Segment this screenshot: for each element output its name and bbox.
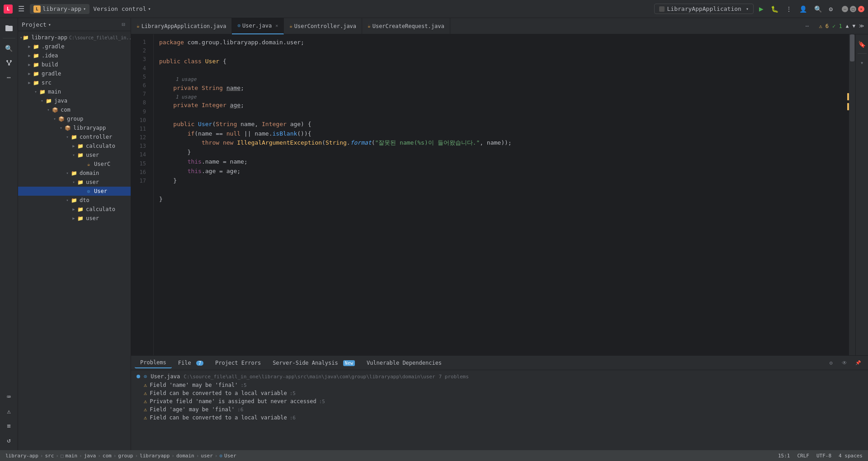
run-button[interactable]: ▶ [757,3,765,15]
problem-item-5[interactable]: ⚠ Field can be converted to a local vari… [131,414,868,422]
scroll-track[interactable] [849,34,855,355]
debug-button[interactable]: 🐛 [769,4,780,14]
hamburger-menu[interactable]: ☰ [16,3,26,15]
close-tab-icon[interactable]: ✕ [275,23,278,28]
maximize-button[interactable]: □ [850,6,856,12]
sidebar-icon-more[interactable]: ⋯ [3,71,15,84]
bc-com[interactable]: com [103,453,112,459]
tree-item-controller[interactable]: ▾ 📁 controller [18,132,131,141]
tree-item-java[interactable]: ▾ 📁 java [18,96,131,105]
bc-main[interactable]: main [66,453,78,459]
tab-usercreaterequest[interactable]: ☕ UserCreateRequest.java [362,18,450,34]
tab-project-errors[interactable]: Project Errors [210,358,266,368]
problem-item-3[interactable]: ⚠ Private field 'name' is assigned but n… [131,397,868,405]
item-label: user [86,152,99,158]
tree-item-calculato[interactable]: ▶ 📁 calculato [18,141,131,151]
sidebar-icon-search[interactable]: 🔍 [3,42,15,55]
more-button[interactable]: ⋮ [784,4,794,14]
tab-usercontroller[interactable]: ☕ UserController.java [284,18,362,34]
search-button[interactable]: 🔍 [812,4,824,14]
sidebar-icon-services[interactable]: ≡ [3,419,15,432]
close-button[interactable]: ✕ [858,6,864,12]
tree-item-gradle[interactable]: ▶ 📁 .gradle [18,42,131,51]
version-control-btn[interactable]: Version control ▾ [93,5,151,12]
problem-file-header[interactable]: ⊙ User.java C:\source_file\all_in_one\li… [131,372,868,381]
chevron-down-icon[interactable]: ▾ [856,56,868,69]
svg-line-5 [7,62,9,64]
problem-item-2[interactable]: ⚠ Field can be converted to a local vari… [131,389,868,397]
item-label: src [42,80,52,86]
bc-java[interactable]: java [84,453,96,459]
editor-scrollbar[interactable] [849,34,855,355]
tree-item-calculato-dto[interactable]: ▶ 📁 calculato [18,205,131,214]
tab-file[interactable]: File 7 [173,358,209,368]
tree-item-src[interactable]: ▶ 📁 src [18,78,131,87]
tab-libraryapp[interactable]: ☕ LibraryAppApplication.java [131,18,232,34]
tree-item-main[interactable]: ▾ 📁 main [18,87,131,96]
bottom-tabs: Problems File 7 Project Errors Server-Si… [131,356,868,370]
folder-icon: 📁 [45,97,52,104]
line-ending[interactable]: CRLF [797,453,809,459]
bc-domain[interactable]: domain [176,453,194,459]
bc-group[interactable]: group [118,453,133,459]
tree-item-domain[interactable]: ▾ 📁 domain [18,169,131,178]
tab-vulnerable[interactable]: Vulnerable Dependencies [361,358,447,368]
eye-icon[interactable]: 👁 [838,357,851,369]
sidebar-icon-git-bottom[interactable]: ↺ [3,434,15,447]
project-title[interactable]: Project ▾ [22,21,51,28]
project-selector[interactable]: L library-app ▾ [30,4,90,14]
warning-icon: ⚠ [144,390,147,396]
item-label: com [61,107,71,113]
collapse-all-button[interactable]: ⊟ [120,21,127,28]
run-configuration[interactable]: LibraryAppApplication ▾ [654,4,754,14]
bc-libraryapp[interactable]: libraryapp [140,453,170,459]
right-tool-panel: 🔖 ▾ [855,34,868,355]
sidebar-icon-folder[interactable] [3,22,15,34]
tree-item-user-domain[interactable]: ▾ 📁 user [18,178,131,187]
tree-item-user-controller[interactable]: ▾ 📁 user [18,151,131,160]
tree-item-userc[interactable]: ☕ UserC [18,160,131,169]
tab-user[interactable]: ⊙ User.java ✕ [232,18,284,34]
tree-item-user-class[interactable]: ⊙ User [18,187,131,196]
settings-button[interactable]: ⚙ [827,4,835,14]
bc-project[interactable]: library-app [5,453,38,459]
tree-root[interactable]: ▾ 📁 library-app C:\source_file\all_in... [18,33,131,42]
panel-settings-icon[interactable]: ⚙ [825,357,837,369]
tool-bookmarks-icon[interactable]: 🔖 [856,38,868,51]
gutter-toggle-icon[interactable]: ≫ [859,23,864,29]
tree-item-idea[interactable]: ▶ 📁 .idea [18,51,131,60]
tree-item-gradle2[interactable]: ▶ 📁 gradle [18,69,131,78]
tab-label: Problems [140,359,166,366]
tree-item-user-dto[interactable]: ▶ 📁 user [18,214,131,223]
tree-item-com[interactable]: ▾ 📦 com [18,105,131,114]
minimize-button[interactable]: — [842,6,848,12]
tree-item-group[interactable]: ▾ 📦 group [18,114,131,123]
svg-point-3 [10,60,12,62]
problem-item-1[interactable]: ⚠ Field 'name' may be 'final' :5 [131,381,868,389]
nav-up-icon[interactable]: ▲ [846,23,849,29]
code-editor[interactable]: package com.group.libraryapp.domain.user… [154,34,844,355]
package-icon: 📦 [52,106,59,113]
pin-icon[interactable]: 📌 [852,357,864,369]
chevron-down-icon: ▾ [48,22,51,27]
sidebar-icon-terminal[interactable]: ⌨ [3,390,15,403]
bc-user-pkg[interactable]: user [201,453,213,459]
tree-item-build[interactable]: ▶ 📁 build [18,60,131,69]
sidebar-icon-git[interactable] [3,56,15,69]
file-charset[interactable]: UTF-8 [816,453,831,459]
sidebar-icon-problems[interactable]: ⚠ [3,405,15,418]
scroll-thumb[interactable] [850,34,854,61]
bc-src[interactable]: src [45,453,54,459]
tab-more-button[interactable]: ⋯ [801,23,814,29]
tab-problems[interactable]: Problems [135,358,172,368]
tree-item-dto[interactable]: ▾ 📁 dto [18,196,131,205]
problem-item-4[interactable]: ⚠ Field 'age' may be 'final' :6 [131,405,868,414]
bc-user-class[interactable]: User [224,453,236,459]
code-line-15 [159,185,838,195]
indent-settings[interactable]: 4 spaces [839,453,863,459]
tab-server-side[interactable]: Server-Side Analysis New [267,358,360,368]
cursor-position[interactable]: 15:1 [778,453,790,459]
profile-button[interactable]: 👤 [797,4,809,14]
tree-item-libraryapp[interactable]: ▾ 📦 libraryapp [18,123,131,132]
nav-down-icon[interactable]: ▼ [852,23,855,29]
